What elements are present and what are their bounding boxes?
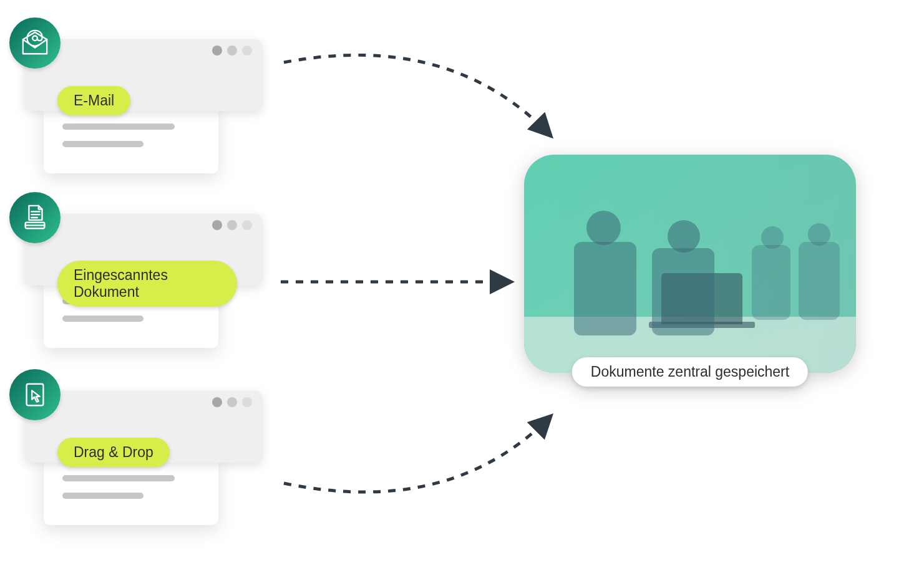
- placeholder-line: [62, 123, 175, 130]
- destination-photo: [524, 155, 856, 373]
- destination-card: Dokumente zentral gespeichert: [524, 155, 856, 373]
- placeholder-line: [62, 475, 175, 481]
- scan-document-icon: [9, 192, 61, 243]
- svg-rect-6: [27, 384, 44, 406]
- window-titlebar: [25, 214, 262, 236]
- window-dot-icon: [227, 397, 237, 407]
- placeholder-line: [62, 141, 143, 147]
- window-dot-icon: [227, 46, 237, 55]
- window-dot-icon: [242, 397, 252, 407]
- window-dot-icon: [227, 220, 237, 230]
- source-scan: Eingescanntes Dokument: [0, 192, 237, 332]
- source-dragdrop: Drag & Drop: [0, 369, 237, 509]
- arrow-dragdrop-to-dest: [284, 418, 549, 492]
- window-dot-icon: [212, 46, 222, 55]
- placeholder-line: [62, 316, 143, 322]
- window-titlebar: [25, 391, 262, 413]
- cursor-pointer-icon: [9, 369, 61, 420]
- window-dot-icon: [242, 46, 252, 55]
- window-dot-icon: [212, 220, 222, 230]
- source-label-pill: Drag & Drop: [57, 438, 170, 467]
- destination-label: Dokumente zentral gespeichert: [572, 357, 808, 387]
- source-email: E-Mail: [0, 17, 237, 158]
- window-titlebar: [25, 39, 262, 62]
- placeholder-line: [62, 493, 143, 499]
- window-dot-icon: [242, 220, 252, 230]
- arrow-email-to-dest: [284, 55, 549, 134]
- window-dot-icon: [212, 397, 222, 407]
- source-label-pill: E-Mail: [57, 86, 130, 115]
- email-at-icon: [9, 17, 61, 69]
- source-label-pill: Eingescanntes Dokument: [57, 261, 237, 307]
